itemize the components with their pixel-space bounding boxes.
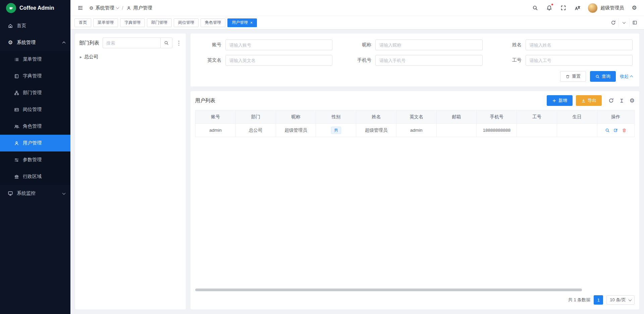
caret-right-icon: ▸ — [80, 55, 82, 59]
table-empty-area — [195, 137, 635, 289]
cell-phone: 18888888888 — [477, 124, 517, 137]
sliders-icon — [13, 158, 19, 163]
department-search-input[interactable] — [103, 38, 160, 48]
breadcrumb: ⚙ 系统管理 / 用户管理 — [89, 5, 152, 11]
collapse-filter-link[interactable]: 收起 — [620, 73, 633, 79]
tab-menu-management[interactable]: 菜单管理 — [93, 18, 118, 27]
query-button[interactable]: 查询 — [590, 71, 616, 82]
cell-dept: 总公司 — [235, 124, 276, 137]
tab-user-management[interactable]: 用户管理 × — [227, 18, 257, 27]
row-height-icon[interactable] — [619, 98, 624, 103]
edit-icon[interactable] — [613, 128, 618, 133]
nickname-input[interactable] — [375, 40, 482, 50]
horizontal-scrollbar[interactable] — [195, 289, 582, 291]
page-size-select[interactable]: 10 条/页 — [606, 295, 635, 305]
sidebar-item-role-management[interactable]: 角色管理 — [0, 118, 70, 135]
sidebar-item-dept-management[interactable]: 部门管理 — [0, 84, 70, 101]
tab-label: 菜单管理 — [98, 20, 114, 25]
refresh-icon[interactable] — [608, 98, 614, 103]
breadcrumb-label: 用户管理 — [133, 5, 152, 11]
page-button-1[interactable]: 1 — [594, 295, 603, 305]
tab-label: 部门管理 — [151, 20, 167, 25]
translate-icon[interactable] — [574, 4, 581, 12]
name-input[interactable] — [526, 40, 633, 50]
refresh-icon[interactable] — [608, 18, 619, 27]
expand-pane-icon[interactable] — [629, 18, 640, 27]
add-user-button[interactable]: 新增 — [547, 95, 573, 106]
breadcrumb-user-management[interactable]: 用户管理 — [126, 5, 152, 11]
cell-name: 超级管理员 — [356, 124, 396, 137]
column-settings-gear-icon[interactable]: ⚙ — [630, 98, 635, 104]
plus-icon — [552, 99, 556, 103]
sidebar-item-label: 部门管理 — [23, 90, 65, 96]
export-button[interactable]: 导出 — [576, 95, 602, 106]
job-number-input[interactable] — [526, 55, 633, 66]
sidebar-item-label: 字典管理 — [23, 73, 65, 79]
tab-role-management[interactable]: 角色管理 — [201, 18, 225, 27]
tab-dept-management[interactable]: 部门管理 — [147, 18, 172, 27]
settings-gear-icon[interactable]: ⚙ — [631, 4, 638, 12]
export-label: 导出 — [588, 98, 596, 104]
view-icon[interactable] — [605, 128, 610, 133]
col-operation: 操作 — [597, 110, 634, 124]
reset-button[interactable]: 重置 — [560, 71, 586, 82]
user-menu[interactable]: 超级管理员 — [588, 3, 624, 13]
search-icon[interactable] — [531, 4, 539, 12]
field-job-number: 工号 — [497, 55, 633, 66]
cell-gender: 男 — [316, 124, 356, 137]
page-size-value: 10 条/页 — [610, 297, 626, 303]
username: 超级管理员 — [600, 5, 624, 11]
sidebar-item-param-management[interactable]: 参数管理 — [0, 151, 70, 168]
sidebar-item-admin-region[interactable]: 行政区域 — [0, 168, 70, 185]
col-english-name: 英文名 — [396, 110, 436, 124]
breadcrumb-label: 系统管理 — [96, 5, 114, 11]
content: 部门列表 ⋮ ▸ 总公司 — [70, 29, 644, 314]
field-account: 账号 — [197, 40, 332, 50]
sidebar-item-system-management[interactable]: ⚙ 系统管理 — [0, 34, 70, 51]
menu-fold-icon[interactable] — [76, 4, 84, 12]
sidebar-item-user-management[interactable]: 用户管理 — [0, 135, 70, 151]
gear-icon: ⚙ — [89, 6, 94, 10]
tab-label: 角色管理 — [205, 20, 221, 25]
search-icon[interactable] — [160, 38, 172, 48]
tab-label: 岗位管理 — [178, 20, 194, 25]
sidebar-item-label: 系统监控 — [17, 190, 59, 196]
tab-label: 用户管理 — [232, 20, 248, 25]
sidebar-item-menu-management[interactable]: 菜单管理 — [0, 51, 70, 68]
english-name-input[interactable] — [225, 55, 332, 66]
notification-badge — [551, 3, 553, 6]
sidebar-item-post-management[interactable]: 岗位管理 — [0, 101, 70, 118]
bell-icon[interactable] — [545, 4, 553, 12]
tree-node-head-office[interactable]: ▸ 总公司 — [79, 53, 182, 61]
topbar-actions: 超级管理员 ⚙ — [531, 3, 638, 13]
breadcrumb-system-management[interactable]: ⚙ 系统管理 — [89, 5, 119, 11]
pagination-total: 共 1 条数据 — [568, 297, 590, 303]
table-setting-icons: ⚙ — [608, 98, 635, 104]
field-label: 英文名 — [197, 57, 221, 63]
person-icon — [13, 141, 19, 146]
close-icon[interactable]: × — [250, 21, 253, 25]
sidebar-item-dict-management[interactable]: 字典管理 — [0, 68, 70, 84]
sidebar-item-label: 菜单管理 — [23, 56, 65, 62]
sidebar-item-system-monitor[interactable]: 系统监控 — [0, 185, 70, 202]
field-phone: 手机号 — [347, 55, 482, 66]
phone-input[interactable] — [375, 55, 482, 66]
delete-icon[interactable] — [622, 128, 627, 133]
tab-post-management[interactable]: 岗位管理 — [174, 18, 199, 27]
coffee-logo-icon — [6, 3, 16, 13]
chevron-up-icon — [62, 41, 66, 45]
more-options-icon[interactable]: ⋮ — [176, 40, 182, 46]
cell-birthday — [557, 124, 597, 137]
tab-dict-management[interactable]: 字典管理 — [120, 18, 145, 27]
org-tree-icon — [13, 90, 19, 96]
gender-tag: 男 — [331, 127, 341, 134]
sidebar-item-label: 系统管理 — [17, 40, 59, 46]
account-input[interactable] — [225, 40, 332, 50]
chevron-down-icon — [62, 191, 66, 195]
tab-actions-dropdown[interactable] — [619, 18, 629, 27]
cell-operation — [597, 124, 634, 137]
sidebar-item-home[interactable]: 首页 — [0, 17, 70, 34]
tab-home[interactable]: 首页 — [74, 18, 91, 27]
fullscreen-icon[interactable] — [559, 4, 567, 12]
sidebar-item-label: 岗位管理 — [23, 107, 65, 113]
